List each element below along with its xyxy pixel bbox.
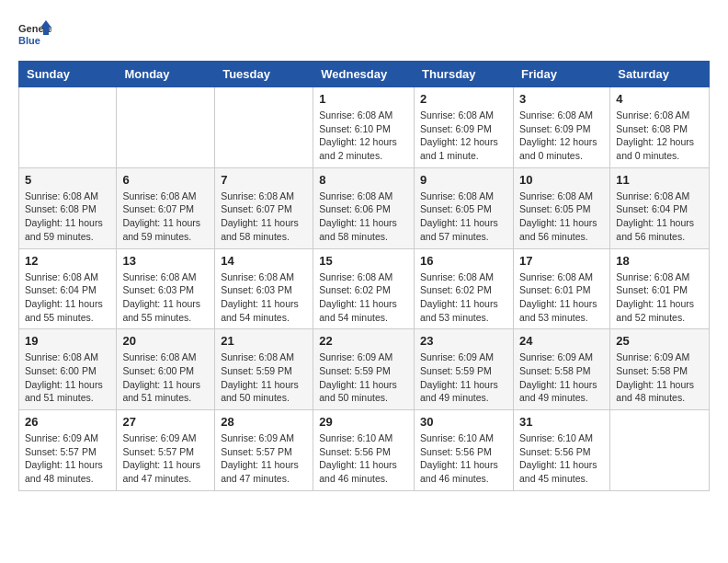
day-info: Sunrise: 6:08 AM Sunset: 6:09 PM Dayligh… <box>420 109 507 163</box>
day-number: 22 <box>319 334 408 348</box>
day-of-week-header: Sunday <box>19 62 117 87</box>
day-number: 6 <box>122 173 209 187</box>
day-of-week-header: Thursday <box>415 62 514 87</box>
calendar-cell: 8Sunrise: 6:08 AM Sunset: 6:06 PM Daylig… <box>313 167 415 248</box>
calendar-cell <box>19 87 117 168</box>
day-info: Sunrise: 6:08 AM Sunset: 6:02 PM Dayligh… <box>420 270 507 325</box>
calendar-cell: 15Sunrise: 6:08 AM Sunset: 6:02 PM Dayli… <box>313 248 415 329</box>
day-of-week-header: Saturday <box>610 62 710 87</box>
day-number: 12 <box>25 254 110 268</box>
day-info: Sunrise: 6:10 AM Sunset: 5:56 PM Dayligh… <box>319 431 408 486</box>
calendar-cell: 20Sunrise: 6:08 AM Sunset: 6:00 PM Dayli… <box>117 329 215 410</box>
day-info: Sunrise: 6:09 AM Sunset: 5:58 PM Dayligh… <box>519 350 604 405</box>
day-info: Sunrise: 6:09 AM Sunset: 5:59 PM Dayligh… <box>319 350 408 405</box>
day-info: Sunrise: 6:08 AM Sunset: 5:59 PM Dayligh… <box>221 350 307 405</box>
calendar-cell: 12Sunrise: 6:08 AM Sunset: 6:04 PM Dayli… <box>19 248 117 329</box>
calendar-cell: 1Sunrise: 6:08 AM Sunset: 6:10 PM Daylig… <box>313 87 415 168</box>
calendar-cell: 25Sunrise: 6:09 AM Sunset: 5:58 PM Dayli… <box>610 329 710 410</box>
day-number: 17 <box>519 254 604 268</box>
day-info: Sunrise: 6:08 AM Sunset: 6:02 PM Dayligh… <box>319 270 408 325</box>
day-info: Sunrise: 6:09 AM Sunset: 5:57 PM Dayligh… <box>122 431 209 486</box>
day-number: 2 <box>420 92 507 106</box>
calendar-cell <box>610 410 710 491</box>
day-number: 1 <box>319 92 408 106</box>
day-info: Sunrise: 6:09 AM Sunset: 5:57 PM Dayligh… <box>221 431 307 486</box>
day-number: 10 <box>519 173 604 187</box>
day-info: Sunrise: 6:08 AM Sunset: 6:01 PM Dayligh… <box>519 270 604 325</box>
day-number: 16 <box>420 254 507 268</box>
day-number: 8 <box>319 173 408 187</box>
day-number: 13 <box>122 254 209 268</box>
day-number: 4 <box>616 92 703 106</box>
calendar-cell: 23Sunrise: 6:09 AM Sunset: 5:59 PM Dayli… <box>415 329 514 410</box>
calendar-cell: 11Sunrise: 6:08 AM Sunset: 6:04 PM Dayli… <box>610 167 710 248</box>
calendar-cell: 10Sunrise: 6:08 AM Sunset: 6:05 PM Dayli… <box>513 167 609 248</box>
calendar-cell: 3Sunrise: 6:08 AM Sunset: 6:09 PM Daylig… <box>513 87 609 168</box>
day-info: Sunrise: 6:08 AM Sunset: 6:05 PM Dayligh… <box>420 190 507 244</box>
day-number: 23 <box>420 334 507 348</box>
day-info: Sunrise: 6:08 AM Sunset: 6:08 PM Dayligh… <box>616 109 703 163</box>
day-info: Sunrise: 6:08 AM Sunset: 6:04 PM Dayligh… <box>25 270 110 325</box>
calendar-cell: 5Sunrise: 6:08 AM Sunset: 6:08 PM Daylig… <box>19 167 117 248</box>
calendar-cell: 24Sunrise: 6:09 AM Sunset: 5:58 PM Dayli… <box>513 329 609 410</box>
day-number: 24 <box>519 334 604 348</box>
day-number: 30 <box>420 415 507 429</box>
day-info: Sunrise: 6:08 AM Sunset: 6:10 PM Dayligh… <box>319 109 408 163</box>
day-info: Sunrise: 6:08 AM Sunset: 6:03 PM Dayligh… <box>221 270 307 325</box>
day-info: Sunrise: 6:08 AM Sunset: 6:07 PM Dayligh… <box>122 190 209 244</box>
day-number: 20 <box>122 334 209 348</box>
calendar-cell: 2Sunrise: 6:08 AM Sunset: 6:09 PM Daylig… <box>415 87 514 168</box>
calendar-cell: 29Sunrise: 6:10 AM Sunset: 5:56 PM Dayli… <box>313 410 415 491</box>
calendar-cell: 21Sunrise: 6:08 AM Sunset: 5:59 PM Dayli… <box>215 329 313 410</box>
calendar-cell: 14Sunrise: 6:08 AM Sunset: 6:03 PM Dayli… <box>215 248 313 329</box>
calendar-cell <box>215 87 313 168</box>
calendar-cell: 22Sunrise: 6:09 AM Sunset: 5:59 PM Dayli… <box>313 329 415 410</box>
day-info: Sunrise: 6:08 AM Sunset: 6:00 PM Dayligh… <box>25 350 110 405</box>
day-info: Sunrise: 6:08 AM Sunset: 6:01 PM Dayligh… <box>616 270 703 325</box>
day-info: Sunrise: 6:09 AM Sunset: 5:58 PM Dayligh… <box>616 350 703 405</box>
day-info: Sunrise: 6:08 AM Sunset: 6:07 PM Dayligh… <box>221 190 307 244</box>
calendar-cell: 31Sunrise: 6:10 AM Sunset: 5:56 PM Dayli… <box>513 410 609 491</box>
day-number: 28 <box>221 415 307 429</box>
logo-icon: General Blue <box>18 18 51 52</box>
logo: General Blue <box>18 18 51 52</box>
day-info: Sunrise: 6:08 AM Sunset: 6:00 PM Dayligh… <box>122 350 209 405</box>
day-number: 19 <box>25 334 110 348</box>
calendar-cell: 17Sunrise: 6:08 AM Sunset: 6:01 PM Dayli… <box>513 248 609 329</box>
day-of-week-header: Monday <box>117 62 215 87</box>
svg-text:Blue: Blue <box>18 35 40 46</box>
day-info: Sunrise: 6:08 AM Sunset: 6:09 PM Dayligh… <box>519 109 604 163</box>
day-number: 27 <box>122 415 209 429</box>
day-info: Sunrise: 6:08 AM Sunset: 6:05 PM Dayligh… <box>519 190 604 244</box>
calendar-cell: 9Sunrise: 6:08 AM Sunset: 6:05 PM Daylig… <box>415 167 514 248</box>
day-number: 9 <box>420 173 507 187</box>
day-number: 29 <box>319 415 408 429</box>
calendar-cell: 16Sunrise: 6:08 AM Sunset: 6:02 PM Dayli… <box>415 248 514 329</box>
day-number: 11 <box>616 173 703 187</box>
calendar-table: SundayMondayTuesdayWednesdayThursdayFrid… <box>18 61 710 491</box>
day-number: 18 <box>616 254 703 268</box>
day-info: Sunrise: 6:08 AM Sunset: 6:08 PM Dayligh… <box>25 190 110 244</box>
day-info: Sunrise: 6:09 AM Sunset: 5:57 PM Dayligh… <box>25 431 110 486</box>
calendar-cell: 18Sunrise: 6:08 AM Sunset: 6:01 PM Dayli… <box>610 248 710 329</box>
header: General Blue <box>18 18 710 52</box>
day-of-week-header: Tuesday <box>215 62 313 87</box>
day-number: 3 <box>519 92 604 106</box>
day-info: Sunrise: 6:08 AM Sunset: 6:03 PM Dayligh… <box>122 270 209 325</box>
calendar-cell: 28Sunrise: 6:09 AM Sunset: 5:57 PM Dayli… <box>215 410 313 491</box>
day-number: 25 <box>616 334 703 348</box>
day-number: 14 <box>221 254 307 268</box>
calendar-cell: 27Sunrise: 6:09 AM Sunset: 5:57 PM Dayli… <box>117 410 215 491</box>
calendar-cell: 4Sunrise: 6:08 AM Sunset: 6:08 PM Daylig… <box>610 87 710 168</box>
calendar-cell: 13Sunrise: 6:08 AM Sunset: 6:03 PM Dayli… <box>117 248 215 329</box>
day-of-week-header: Friday <box>513 62 609 87</box>
day-of-week-header: Wednesday <box>313 62 415 87</box>
calendar-cell: 30Sunrise: 6:10 AM Sunset: 5:56 PM Dayli… <box>415 410 514 491</box>
calendar-cell: 7Sunrise: 6:08 AM Sunset: 6:07 PM Daylig… <box>215 167 313 248</box>
day-info: Sunrise: 6:08 AM Sunset: 6:06 PM Dayligh… <box>319 190 408 244</box>
day-info: Sunrise: 6:09 AM Sunset: 5:59 PM Dayligh… <box>420 350 507 405</box>
day-number: 7 <box>221 173 307 187</box>
day-number: 15 <box>319 254 408 268</box>
day-info: Sunrise: 6:10 AM Sunset: 5:56 PM Dayligh… <box>420 431 507 486</box>
calendar-cell <box>117 87 215 168</box>
